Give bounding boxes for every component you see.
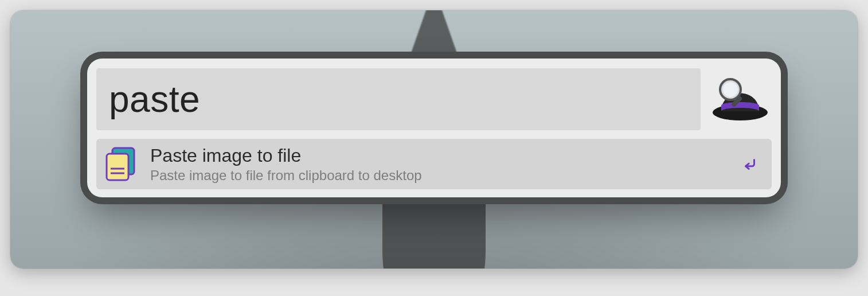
result-subtitle: Paste image to file from clipboard to de… <box>150 168 729 184</box>
result-item[interactable]: Paste image to file Paste image to file … <box>96 139 772 189</box>
search-input[interactable] <box>96 68 701 130</box>
search-row <box>96 68 772 131</box>
results-list: Paste image to file Paste image to file … <box>96 139 772 189</box>
return-key-icon <box>738 155 761 173</box>
workflow-icon <box>102 145 141 184</box>
alfred-app-icon <box>709 68 772 131</box>
launcher-window: Paste image to file Paste image to file … <box>87 59 781 197</box>
svg-rect-5 <box>107 154 128 180</box>
svg-point-2 <box>723 82 738 97</box>
result-title: Paste image to file <box>150 145 729 166</box>
result-text: Paste image to file Paste image to file … <box>150 145 729 183</box>
screenshot-frame: Paste image to file Paste image to file … <box>10 10 858 268</box>
